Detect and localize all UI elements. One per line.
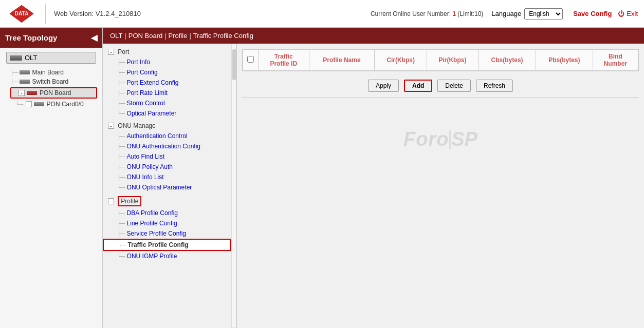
pon-card-expand-icon[interactable]: - (26, 101, 32, 107)
right-panel: TrafficProfile ID Profile Name Cir(Kbps)… (237, 44, 644, 328)
breadcrumb-pon-board[interactable]: PON Board (128, 32, 162, 40)
online-info: Current Online User Number: 1 (Limit:10) (371, 10, 483, 17)
language-select[interactable]: English Chinese (524, 8, 563, 20)
olt-icon (10, 55, 22, 61)
online-label: Current Online User Number: (371, 10, 451, 17)
col-cir-kbps: Cir(Kbps) (375, 50, 427, 71)
profile-section-label: Profile (118, 196, 141, 206)
switch-board-icon (20, 80, 30, 84)
port-section-header[interactable]: - Port (103, 47, 231, 57)
col-cbs-bytes: Cbs(bytes) (479, 50, 536, 71)
sep2: | (164, 32, 166, 40)
menu-storm-control[interactable]: ├─ Storm Control (103, 98, 231, 108)
content-area: OLT | PON Board | Profile | Traffic Prof… (103, 28, 644, 328)
pon-card-label: PON Card0/0 (47, 101, 84, 108)
table-toolbar: Apply Add Delete Refresh (242, 74, 639, 98)
language-area: Language English Chinese (491, 8, 563, 20)
menu-port-rate-limit[interactable]: ├─ Port Rate Limit (103, 88, 231, 98)
breadcrumb-olt[interactable]: OLT (110, 32, 122, 40)
menu-port-extend-config[interactable]: ├─ Port Extend Config (103, 78, 231, 88)
expand-icon[interactable]: - (19, 90, 25, 96)
left-menu: - Port ├─ Port Info ├─ Port Config ├─ Po… (103, 44, 231, 328)
left-menu-wrapper: - Port ├─ Port Info ├─ Port Config ├─ Po… (103, 44, 237, 328)
refresh-button[interactable]: Refresh (476, 80, 513, 92)
menu-onu-info-list[interactable]: ├─ ONU Info List (103, 172, 231, 182)
menu-port-info[interactable]: ├─ Port Info (103, 57, 231, 67)
breadcrumb-traffic-profile-config: Traffic Profile Config (193, 32, 253, 40)
web-version-label: Web Version: V1.2.4_210810 (54, 10, 371, 17)
port-expand-icon[interactable]: - (108, 49, 114, 55)
apply-button[interactable]: Apply (368, 80, 399, 92)
traffic-profile-table: TrafficProfile ID Profile Name Cir(Kbps)… (243, 49, 638, 71)
pon-board-icon (27, 91, 37, 95)
col-profile-name: Profile Name (309, 50, 375, 71)
switch-board-item[interactable]: ├─ Switch Board (0, 77, 102, 86)
col-pir-kbps: Pir(Kbps) (427, 50, 478, 71)
menu-optical-parameter[interactable]: └─ Optical Parameter (103, 108, 231, 119)
delete-button[interactable]: Delete (437, 80, 471, 92)
pon-card-icon (34, 102, 44, 106)
checkbox-col-header (243, 50, 259, 71)
pon-card-item[interactable]: └─ - PON Card0/0 (0, 100, 102, 109)
onu-section: - ONU Manage ├─ Authentication Control ├… (103, 120, 231, 194)
pon-board-item[interactable]: - PON Board (2, 87, 100, 99)
col-traffic-profile-id: TrafficProfile ID (259, 50, 309, 71)
select-all-checkbox[interactable] (247, 56, 254, 63)
col-bind-number: BindNumber (593, 50, 638, 71)
main-board-label: Main Board (32, 69, 64, 76)
power-icon: ⏻ (618, 10, 624, 17)
olt-label: OLT (25, 54, 37, 62)
sep1: | (124, 32, 126, 40)
port-section-label: Port (118, 48, 129, 55)
menu-authentication-control[interactable]: ├─ Authentication Control (103, 131, 231, 141)
menu-onu-optical-param[interactable]: └─ ONU Optical Parameter (103, 182, 231, 192)
sep3: | (189, 32, 191, 40)
left-menu-scrollbar[interactable] (231, 44, 236, 328)
sidebar: Tree Topology ◀ OLT ├─ Main Board ├─ Swi… (0, 28, 103, 328)
menu-dba-profile-config[interactable]: ├─ DBA Profile Config (103, 208, 231, 218)
save-config-link[interactable]: Save Config (573, 10, 612, 17)
profile-expand-icon[interactable]: - (108, 198, 114, 204)
content-split: - Port ├─ Port Info ├─ Port Config ├─ Po… (103, 44, 644, 328)
port-section: - Port ├─ Port Info ├─ Port Config ├─ Po… (103, 46, 231, 120)
profile-section-header[interactable]: - Profile (103, 195, 231, 208)
table-container: TrafficProfile ID Profile Name Cir(Kbps)… (242, 49, 639, 71)
collapse-arrow-icon[interactable]: ◀ (91, 33, 97, 43)
menu-auto-find-list[interactable]: ├─ Auto Find List (103, 151, 231, 162)
main-layout: Tree Topology ◀ OLT ├─ Main Board ├─ Swi… (0, 28, 644, 328)
language-label: Language (491, 10, 521, 17)
menu-traffic-profile-config[interactable]: ├─ Traffic Profile Config (103, 239, 231, 251)
logo-area: DATA (6, 4, 46, 24)
exit-label: Exit (627, 10, 638, 17)
table-header-row: TrafficProfile ID Profile Name Cir(Kbps)… (243, 50, 638, 71)
onu-section-header[interactable]: - ONU Manage (103, 121, 231, 131)
menu-onu-policy-auth[interactable]: ├─ ONU Policy Auth (103, 162, 231, 172)
breadcrumb-profile[interactable]: Profile (169, 32, 188, 40)
online-count: 1 (452, 10, 456, 17)
profile-section: - Profile ├─ DBA Profile Config ├─ Line … (103, 194, 231, 262)
menu-onu-igmp-profile[interactable]: └─ ONU IGMP Profile (103, 251, 231, 261)
watermark-text-right: SP (451, 128, 477, 150)
onu-expand-icon[interactable]: - (108, 123, 114, 129)
exit-button[interactable]: ⏻ Exit (618, 10, 638, 17)
menu-port-config[interactable]: ├─ Port Config (103, 67, 231, 78)
onu-section-label: ONU Manage (118, 122, 155, 129)
main-board-icon (20, 70, 30, 74)
watermark-divider-icon (449, 130, 451, 149)
pon-board-label: PON Board (40, 89, 71, 97)
menu-line-profile-config[interactable]: ├─ Line Profile Config (103, 218, 231, 228)
watermark-text-left: Foro (403, 128, 449, 150)
header: DATA Web Version: V1.2.4_210810 Current … (0, 0, 644, 28)
breadcrumb: OLT | PON Board | Profile | Traffic Prof… (103, 28, 644, 44)
logo-icon: DATA (6, 4, 37, 24)
svg-text:DATA: DATA (15, 11, 29, 16)
scroll-thumb[interactable] (232, 49, 236, 80)
add-button[interactable]: Add (404, 80, 432, 92)
menu-onu-auth-config[interactable]: ├─ ONU Authentication Config (103, 141, 231, 151)
menu-service-profile-config[interactable]: ├─ Service Profile Config (103, 228, 231, 239)
main-board-item[interactable]: ├─ Main Board (0, 68, 102, 77)
olt-tree-item[interactable]: OLT (0, 48, 102, 68)
switch-board-label: Switch Board (32, 78, 69, 85)
sidebar-title: Tree Topology ◀ (0, 28, 102, 48)
online-limit: (Limit:10) (457, 10, 483, 17)
